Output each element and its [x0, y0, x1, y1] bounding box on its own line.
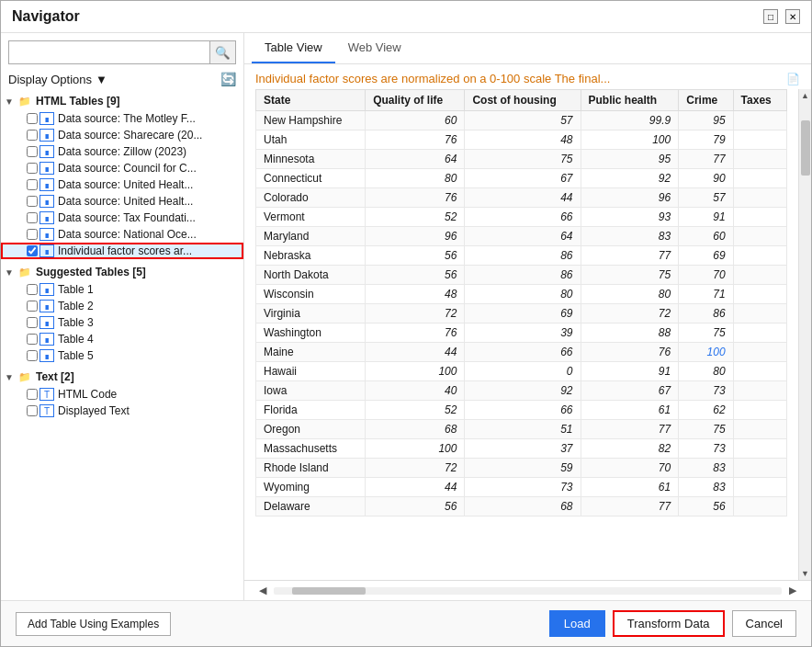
item-label: Individual factor scores ar...: [58, 244, 192, 257]
list-item[interactable]: ∎ Data source: Council for C...: [1, 160, 243, 176]
table-cell: [733, 420, 786, 439]
table-row: Oregon68517775: [256, 420, 787, 439]
list-item[interactable]: ∎ Data source: Zillow (2023): [1, 143, 243, 160]
table-description: Individual factor scores are normalized …: [255, 72, 610, 85]
refresh-icon[interactable]: 🔄: [220, 72, 236, 86]
table-cell: 61: [581, 401, 679, 420]
table-cell: 76: [366, 324, 465, 343]
item-checkbox[interactable]: [27, 405, 38, 416]
suggested-tables-section[interactable]: ▼ 📁 Suggested Tables [5]: [1, 263, 243, 281]
table-cell: [733, 285, 786, 304]
table-cell: North Dakota: [256, 266, 366, 285]
list-item[interactable]: ∎ Data source: Sharecare (20...: [1, 127, 243, 143]
table-cell: [733, 343, 786, 362]
list-item[interactable]: ∎ Table 2: [1, 298, 243, 314]
list-item[interactable]: ∎ Data source: National Oce...: [1, 226, 243, 243]
tab-web-view[interactable]: Web View: [335, 33, 414, 63]
item-checkbox[interactable]: [27, 389, 38, 400]
scroll-right-button[interactable]: ▶: [785, 583, 800, 598]
item-checkbox[interactable]: [27, 212, 38, 223]
list-item[interactable]: ∎ Data source: United Healt...: [1, 193, 243, 210]
vertical-scrollbar[interactable]: ▲ ▼: [798, 89, 811, 580]
tab-table-view[interactable]: Table View: [252, 33, 335, 63]
item-checkbox[interactable]: [27, 179, 38, 190]
list-item[interactable]: ∎ Data source: Tax Foundati...: [1, 210, 243, 226]
table-cell: 69: [679, 246, 733, 266]
table-row: Vermont52669391: [256, 208, 787, 227]
list-item[interactable]: ∎ Table 5: [1, 347, 243, 364]
item-checkbox[interactable]: [27, 284, 38, 295]
table-icon: ∎: [39, 112, 54, 125]
col-header-quality: Quality of life: [366, 90, 465, 111]
scroll-down-button[interactable]: ▼: [799, 567, 812, 580]
search-input[interactable]: [9, 42, 209, 63]
table-cell: 95: [581, 150, 679, 169]
item-checkbox[interactable]: [27, 130, 38, 141]
item-checkbox[interactable]: [27, 334, 38, 345]
close-button[interactable]: ✕: [785, 9, 800, 24]
table-cell: 75: [679, 420, 733, 439]
display-options-button[interactable]: Display Options ▼: [8, 73, 107, 86]
table-cell: 39: [465, 324, 581, 343]
table-cell: 72: [366, 304, 465, 324]
item-label: Data source: Sharecare (20...: [58, 129, 202, 142]
html-tables-section[interactable]: ▼ 📁 HTML Tables [9]: [1, 92, 243, 110]
list-item[interactable]: ∎ Data source: The Motley F...: [1, 110, 243, 127]
item-checkbox[interactable]: [27, 196, 38, 207]
table-cell: 61: [581, 478, 679, 497]
table-cell: 68: [366, 420, 465, 439]
list-item[interactable]: ∎ Data source: United Healt...: [1, 176, 243, 193]
item-checkbox[interactable]: [27, 113, 38, 124]
list-item[interactable]: ∎ Table 3: [1, 314, 243, 331]
item-checkbox[interactable]: [27, 245, 38, 256]
list-item[interactable]: T HTML Code: [1, 386, 243, 403]
export-icon[interactable]: 📄: [786, 73, 800, 85]
footer: Add Table Using Examples Load Transform …: [1, 600, 811, 646]
table-icon: ∎: [39, 145, 54, 158]
table-container: State Quality of life Cost of housing Pu…: [244, 89, 811, 580]
footer-left: Add Table Using Examples: [16, 612, 171, 636]
table-icon: ∎: [39, 178, 54, 191]
table-cell: 91: [581, 362, 679, 381]
data-table-wrapper[interactable]: State Quality of life Cost of housing Pu…: [244, 89, 798, 580]
horizontal-scrollbar[interactable]: ◀ ▶: [244, 580, 811, 600]
item-checkbox[interactable]: [27, 146, 38, 157]
scroll-up-button[interactable]: ▲: [799, 89, 812, 102]
selected-item[interactable]: ∎ Individual factor scores ar...: [1, 243, 243, 259]
table-cell: 83: [679, 478, 733, 497]
item-checkbox[interactable]: [27, 163, 38, 174]
title-controls: □ ✕: [763, 9, 800, 24]
table-cell: 88: [581, 324, 679, 343]
col-header-state: State: [256, 90, 366, 111]
h-scroll-thumb[interactable]: [292, 587, 366, 595]
text-section[interactable]: ▼ 📁 Text [2]: [1, 368, 243, 386]
list-item[interactable]: T Displayed Text: [1, 403, 243, 419]
item-checkbox[interactable]: [27, 317, 38, 328]
minimize-button[interactable]: □: [763, 9, 778, 24]
table-cell: 69: [465, 304, 581, 324]
item-checkbox[interactable]: [27, 301, 38, 312]
cancel-button[interactable]: Cancel: [732, 610, 796, 637]
table-cell: 86: [465, 246, 581, 266]
folder-icon: 📁: [17, 95, 32, 108]
table-cell: 75: [679, 324, 733, 343]
search-box: 🔍: [8, 40, 236, 64]
list-item[interactable]: ∎ Table 1: [1, 281, 243, 298]
table-cell: 67: [581, 381, 679, 401]
scroll-thumb[interactable]: [801, 120, 810, 176]
table-cell: Maryland: [256, 227, 366, 246]
table-cell: [733, 304, 786, 324]
add-table-button[interactable]: Add Table Using Examples: [16, 612, 171, 636]
load-button[interactable]: Load: [549, 610, 605, 637]
table-cell: 93: [581, 208, 679, 227]
scroll-left-button[interactable]: ◀: [255, 583, 270, 598]
table-row: Nebraska56867769: [256, 246, 787, 266]
item-checkbox[interactable]: [27, 350, 38, 361]
list-item[interactable]: ∎ Table 4: [1, 331, 243, 347]
table-row: Maryland96648360: [256, 227, 787, 246]
search-button[interactable]: 🔍: [209, 41, 235, 63]
item-checkbox[interactable]: [27, 229, 38, 240]
table-row: Hawaii10009180: [256, 362, 787, 381]
transform-data-button[interactable]: Transform Data: [613, 610, 725, 637]
item-label: Data source: Tax Foundati...: [58, 211, 196, 224]
